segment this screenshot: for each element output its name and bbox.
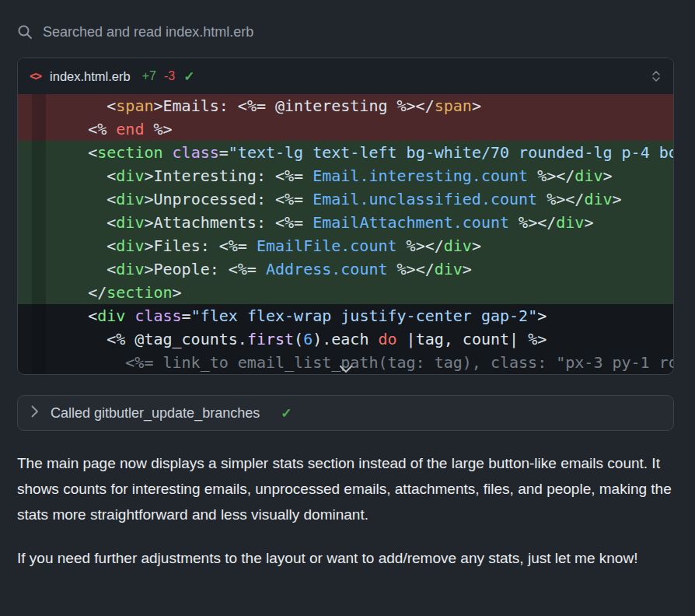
diff-line-add: <div>People: <%= Address.count %></div>: [18, 257, 673, 281]
tool-call-label: Called gitbutler_update_branches: [51, 405, 260, 422]
diff-card: <> index.html.erb +7 -3 ✓ <span>Emails: …: [17, 58, 674, 375]
diff-line-add: <section class="text-lg text-left bg-whi…: [18, 141, 673, 164]
diff-line-add: <div>Interesting: <%= Email.interesting.…: [18, 164, 673, 187]
tool-status-label: Searched and read index.html.erb: [43, 24, 253, 40]
diff-line-add: </section>: [18, 281, 673, 304]
diff-line-ctx: <% @tag_counts.first(6).each do |tag, co…: [18, 327, 673, 351]
diff-line-del: <span>Emails: <%= @interesting %></span>: [18, 94, 673, 117]
search-icon: [17, 24, 33, 40]
diff-line-add: <div>Files: <%= EmailFile.count %></div>: [18, 234, 673, 257]
check-icon: ✓: [183, 68, 194, 85]
code-icon: <>: [30, 69, 40, 83]
expand-chevron-icon[interactable]: [339, 366, 353, 373]
assistant-paragraph: The main page now displays a simpler sta…: [17, 450, 676, 527]
diff-card-header[interactable]: <> index.html.erb +7 -3 ✓: [18, 58, 673, 94]
assistant-paragraph: If you need further adjustments to the l…: [17, 545, 676, 571]
chevron-right-icon: [31, 405, 39, 422]
diff-line-del: <% end %>: [18, 117, 673, 141]
tool-status-row[interactable]: Searched and read index.html.erb: [17, 22, 676, 42]
diff-code-lines[interactable]: <span>Emails: <%= @interesting %></span>…: [18, 94, 673, 374]
diff-additions-count: +7: [142, 69, 156, 83]
tool-call-row[interactable]: Called gitbutler_update_branches ✓: [17, 395, 674, 431]
diff-deletions-count: -3: [164, 69, 175, 83]
chat-transcript: Searched and read index.html.erb <> inde…: [0, 0, 695, 571]
check-icon: ✓: [281, 405, 292, 422]
diff-line-add: <div>Unprocessed: <%= Email.unclassified…: [18, 187, 673, 211]
chevron-updown-icon[interactable]: [651, 70, 662, 82]
diff-line-ctx: <div class="flex flex-wrap justify-cente…: [18, 304, 673, 327]
diff-filename: index.html.erb: [50, 69, 131, 84]
diff-line-add: <div>Attachments: <%= EmailAttachment.co…: [18, 211, 673, 234]
